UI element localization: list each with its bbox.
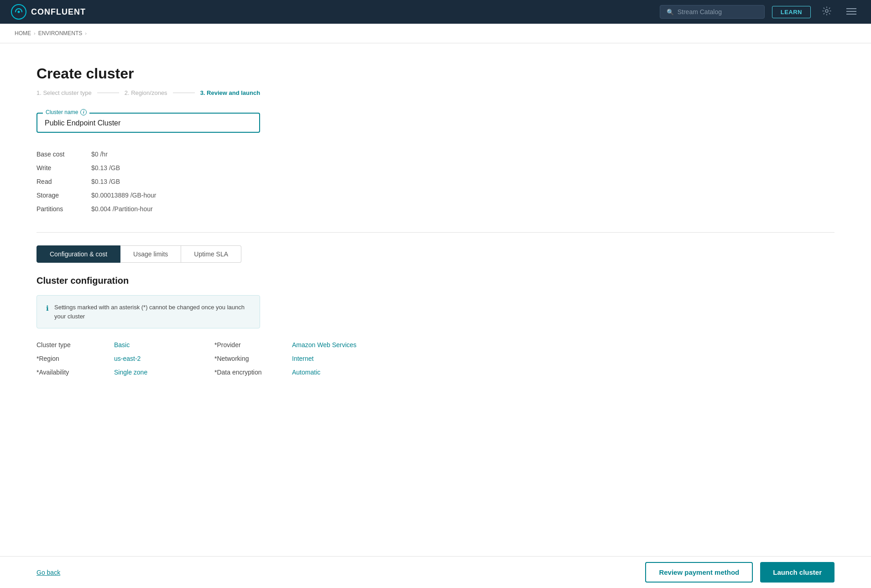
breadcrumb-sep-1: ›: [34, 31, 36, 36]
config-value-data-encryption: Automatic: [292, 369, 392, 376]
divider: [37, 232, 834, 233]
pricing-value-partitions: $0.004 /Partition-hour: [91, 205, 153, 213]
top-navigation: CONFLUENT 🔍 LEARN: [0, 0, 871, 24]
logo: CONFLUENT: [11, 4, 652, 20]
cluster-name-field: Cluster name i: [37, 113, 260, 133]
config-value-region: us-east-2: [114, 355, 214, 362]
config-info-box: ℹ Settings marked with an asterisk (*) c…: [37, 295, 260, 328]
tab-uptime-sla[interactable]: Uptime SLA: [181, 245, 241, 263]
search-bar[interactable]: 🔍: [660, 5, 765, 19]
breadcrumb-sep-2: ›: [85, 31, 87, 36]
svg-point-2: [825, 10, 828, 12]
tab-configuration-cost[interactable]: Configuration & cost: [37, 245, 120, 263]
pricing-label-read: Read: [37, 178, 91, 185]
pricing-row-storage: Storage $0.00013889 /GB-hour: [37, 188, 834, 202]
menu-icon-button[interactable]: [843, 5, 860, 19]
cluster-config-section: Cluster configuration ℹ Settings marked …: [37, 276, 834, 376]
search-input[interactable]: [678, 8, 758, 16]
config-info-text: Settings marked with an asterisk (*) can…: [54, 303, 250, 321]
cluster-name-label: Cluster name i: [43, 109, 89, 115]
confluent-logo-icon: [11, 4, 26, 20]
config-section-title: Cluster configuration: [37, 276, 834, 286]
footer: Go back Review payment method Launch clu…: [0, 556, 871, 557]
breadcrumb: HOME › ENVIRONMENTS ›: [0, 24, 871, 43]
config-grid: Cluster type Basic *Provider Amazon Web …: [37, 341, 834, 376]
gear-icon: [822, 6, 832, 16]
info-icon: ℹ: [46, 303, 49, 314]
search-icon: 🔍: [667, 9, 674, 16]
config-label-data-encryption: *Data encryption: [214, 369, 292, 376]
stepper-step-1: 1. Select cluster type: [37, 89, 92, 96]
cluster-name-input[interactable]: [45, 119, 252, 127]
pricing-label-partitions: Partitions: [37, 205, 91, 213]
settings-icon-button[interactable]: [818, 4, 835, 20]
config-label-region: *Region: [37, 355, 114, 362]
pricing-value-write: $0.13 /GB: [91, 164, 120, 172]
breadcrumb-home[interactable]: HOME: [15, 30, 31, 36]
breadcrumb-environments[interactable]: ENVIRONMENTS: [38, 30, 83, 36]
pricing-row-write: Write $0.13 /GB: [37, 161, 834, 175]
config-label-cluster-type: Cluster type: [37, 341, 114, 349]
cluster-name-info-icon[interactable]: i: [80, 109, 87, 115]
pricing-value-storage: $0.00013889 /GB-hour: [91, 192, 156, 199]
pricing-row-read: Read $0.13 /GB: [37, 175, 834, 188]
config-label-availability: *Availability: [37, 369, 114, 376]
pricing-row-partitions: Partitions $0.004 /Partition-hour: [37, 202, 834, 216]
main-content: Create cluster 1. Select cluster type 2.…: [0, 43, 871, 557]
learn-button[interactable]: LEARN: [772, 6, 811, 18]
hamburger-icon: [846, 8, 856, 15]
tabs: Configuration & cost Usage limits Uptime…: [37, 245, 834, 263]
stepper-line-1: [97, 93, 119, 93]
pricing-table: Base cost $0 /hr Write $0.13 /GB Read $0…: [37, 147, 834, 216]
config-value-networking: Internet: [292, 355, 392, 362]
svg-point-1: [18, 11, 20, 13]
stepper: 1. Select cluster type 2. Region/zones 3…: [37, 89, 834, 96]
pricing-label-base-cost: Base cost: [37, 151, 91, 158]
pricing-value-base-cost: $0 /hr: [91, 151, 108, 158]
config-value-cluster-type: Basic: [114, 341, 214, 349]
stepper-step-2: 2. Region/zones: [125, 89, 167, 96]
stepper-line-2: [173, 93, 195, 93]
page-title: Create cluster: [37, 65, 834, 82]
pricing-row-base-cost: Base cost $0 /hr: [37, 147, 834, 161]
stepper-step-3: 3. Review and launch: [200, 89, 261, 96]
tab-usage-limits[interactable]: Usage limits: [120, 245, 181, 263]
config-value-availability: Single zone: [114, 369, 214, 376]
pricing-label-write: Write: [37, 164, 91, 172]
logo-text: CONFLUENT: [31, 7, 86, 17]
config-label-networking: *Networking: [214, 355, 292, 362]
config-label-provider: *Provider: [214, 341, 292, 349]
pricing-label-storage: Storage: [37, 192, 91, 199]
pricing-value-read: $0.13 /GB: [91, 178, 120, 185]
config-value-provider: Amazon Web Services: [292, 341, 392, 349]
